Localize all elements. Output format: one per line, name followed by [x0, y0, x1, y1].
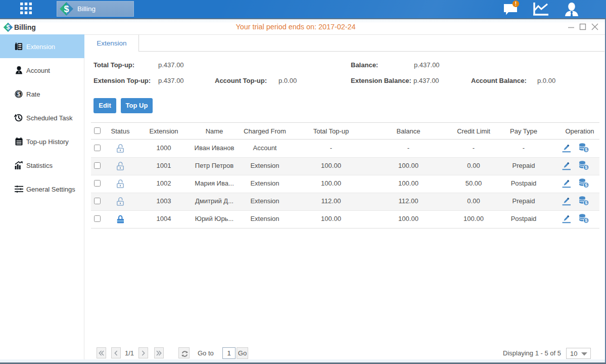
svg-text:$: $ — [64, 4, 69, 14]
svg-text:$: $ — [585, 200, 587, 205]
svg-text:$: $ — [585, 147, 587, 152]
svg-text:!: ! — [515, 1, 517, 7]
svg-text:$: $ — [585, 165, 587, 170]
svg-text:$: $ — [17, 91, 21, 97]
svg-text:$: $ — [585, 218, 587, 223]
svg-text:$: $ — [585, 183, 587, 188]
